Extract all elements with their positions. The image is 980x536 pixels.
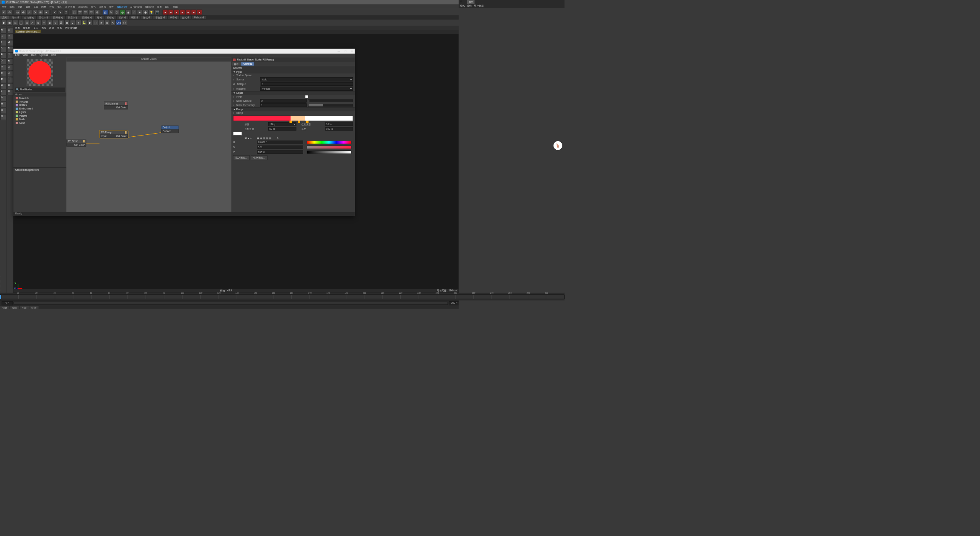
wire (86, 144, 100, 144)
node-category[interactable]: Materials (13, 96, 66, 100)
sg-titlebar: Redshift Shader Graph - RS Material.1 —☐… (13, 49, 355, 54)
left-toolbar-2[interactable]: ◫⊡◪◩⬚▣◱◲⬛▦▩ (7, 26, 13, 293)
node-rs-noise: RS Noise Out Color (66, 139, 86, 147)
color-swatch[interactable] (233, 132, 242, 135)
attributes-tabs[interactable]: ::: 属性 (459, 0, 564, 4)
x-axis-icon: X (52, 10, 57, 15)
node-output: Output Surface (161, 126, 179, 133)
interp-dropdown[interactable]: Step (268, 122, 296, 126)
model-mode-icon: ▣ (0, 28, 6, 34)
sat-field[interactable] (257, 145, 303, 149)
redo-icon: ↷ (7, 10, 12, 15)
rs-icon: ● (163, 10, 168, 15)
app-title: CINEMA 4D R20.059 Studio (RC - R20) - [1… (6, 0, 67, 4)
node-category[interactable]: Volume (13, 114, 66, 118)
sidebar-branding: CINEMA 4D (0, 275, 1, 291)
altinput-field[interactable] (261, 82, 353, 86)
camera-icon: 📷 (154, 10, 160, 15)
val-slider[interactable] (307, 150, 351, 154)
tab-basic: 基本 (231, 62, 241, 66)
sg-status: Ready (13, 212, 355, 216)
floating-badge-icon[interactable]: 🦌 (554, 141, 562, 150)
source-dropdown[interactable]: Auto (260, 77, 353, 81)
shader-graph-window[interactable]: Redshift Shader Graph - RS Material.1 —☐… (13, 49, 355, 216)
load-preset-button[interactable]: 载入预置... (233, 155, 250, 160)
node-rs-material: RS Material Out Color (104, 102, 128, 109)
ramp-stop-icon (298, 121, 300, 123)
maximize-icon[interactable]: ☐ (345, 50, 347, 52)
node-type-icon (233, 59, 236, 61)
close-icon[interactable]: ✕ (351, 50, 353, 52)
undo-icon: ↶ (1, 10, 7, 15)
noisefreq-field[interactable] (260, 103, 306, 107)
eyedropper-icon[interactable]: ✎ (277, 137, 279, 139)
viewport-menu[interactable]: 查看摄像机显示选项过滤面板ProRender (13, 26, 459, 30)
select-icon: ▭ (15, 10, 21, 15)
cube-icon: ◧ (103, 10, 108, 15)
noiseamt-slider[interactable] (308, 100, 353, 102)
find-nodes-input[interactable]: 🔍 Find Nodes... (15, 88, 65, 92)
ramp-gradient[interactable] (233, 116, 353, 121)
node-description: Gradient ramp texture (13, 167, 66, 212)
val-field[interactable] (257, 150, 303, 154)
app-logo (2, 1, 5, 4)
sg-menu[interactable]: EditViewToolsOptionsHelp (13, 54, 355, 57)
invert-checkbox[interactable] (260, 95, 353, 98)
node-category[interactable]: Math (13, 118, 66, 121)
axis-gizmo: x y z (18, 279, 27, 288)
move-icon: ✥ (21, 10, 26, 15)
material-preview (27, 59, 53, 86)
hue-field[interactable] (257, 141, 303, 144)
noiseamt-field[interactable] (260, 99, 306, 103)
z-axis-icon: Z (64, 10, 69, 15)
y-axis-icon: Y (58, 10, 63, 15)
shader-node-properties: Redshift Shader Node (RS Ramp) 基本General… (231, 57, 355, 212)
node-category[interactable]: Environment (13, 107, 66, 110)
node-category[interactable]: Textures (13, 100, 66, 103)
shader-canvas[interactable]: Shader Graph RS Material Out Color RS Ra… (66, 57, 231, 212)
node-category[interactable]: Utilities (13, 103, 66, 107)
minimize-icon[interactable]: — (338, 50, 340, 52)
render-icon: 🎬 (77, 10, 83, 15)
ramp-stop-icon (289, 121, 292, 123)
hue-slider[interactable] (307, 141, 351, 144)
sat-slider[interactable] (307, 146, 351, 149)
material-tabs[interactable]: 创建编辑功能纹理 (0, 306, 494, 309)
emitter-info: Number of emitters: 1 (13, 30, 459, 34)
ramp-stop-icon (306, 121, 309, 123)
scale-icon: ⤢ (27, 10, 32, 15)
node-rs-ramp: RS Ramp InputOut Color (100, 130, 128, 138)
timeline-ruler: 0102030405060708090100110120130140150160… (0, 294, 565, 299)
node-category[interactable]: Color (13, 121, 66, 124)
rotate-icon: ⟳ (33, 10, 38, 15)
timeline[interactable]: 0102030405060708090100110120130140150160… (0, 293, 565, 301)
light-icon: 💡 (149, 10, 154, 15)
tab-general: General (241, 62, 255, 66)
noisefreq-slider[interactable] (308, 104, 353, 106)
node-category[interactable]: Lights (13, 111, 66, 114)
wire (128, 132, 161, 137)
save-preset-button[interactable]: 保存预置... (251, 155, 268, 160)
mapping-dropdown[interactable]: Vertical (260, 87, 353, 90)
left-toolbar[interactable]: ▣⬚◈✎◐⬡⊞◉⬢⦿$⊛▦▤▥ (0, 26, 7, 293)
